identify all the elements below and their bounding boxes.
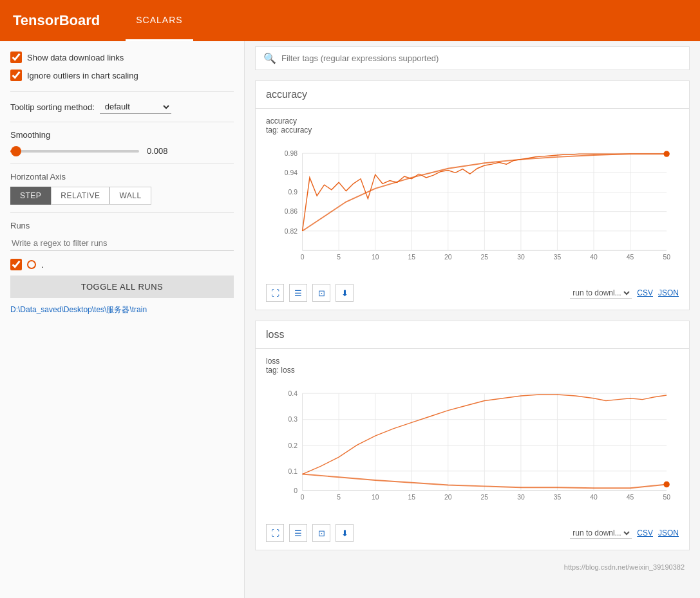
smoothing-section-label: Smoothing (10, 130, 234, 140)
run-row: . (10, 259, 234, 270)
accuracy-chart-svg: 0.98 0.94 0.9 0.86 0.82 0 5 10 15 20 25 … (266, 137, 679, 279)
loss-json-link[interactable]: JSON (658, 528, 679, 537)
sidebar: Show data download links Ignore outliers… (0, 41, 245, 598)
accuracy-tag-label: accuracy tag: accuracy (266, 117, 679, 135)
run-circle (27, 260, 36, 269)
fit-btn-loss[interactable]: ⊡ (312, 524, 330, 542)
svg-text:35: 35 (554, 254, 562, 261)
loss-chart-card: loss loss tag: loss (255, 321, 690, 550)
show-download-checkbox[interactable] (10, 51, 22, 63)
show-download-row: Show data download links (10, 51, 234, 63)
expand-btn-accuracy[interactable]: ⛶ (266, 284, 284, 302)
svg-text:20: 20 (444, 494, 452, 501)
filter-tags-input[interactable] (281, 53, 681, 63)
svg-text:0.4: 0.4 (289, 390, 298, 397)
divider-2 (10, 122, 234, 122)
accuracy-run-select[interactable]: run to downl... (570, 288, 632, 299)
main-layout: Show data download links Ignore outliers… (0, 41, 700, 598)
run-path: D:\Data_saved\Desktop\tes\服务器\train (10, 304, 234, 315)
ignore-outliers-checkbox[interactable] (10, 70, 22, 81)
svg-text:0.94: 0.94 (285, 169, 298, 176)
svg-text:50: 50 (663, 254, 670, 261)
svg-text:0.86: 0.86 (285, 208, 298, 215)
svg-text:0.2: 0.2 (289, 442, 298, 449)
svg-text:0: 0 (301, 254, 305, 261)
menu-btn-loss[interactable]: ☰ (289, 524, 307, 542)
run-checkbox[interactable] (10, 259, 22, 270)
axis-btn-step[interactable]: STEP (10, 187, 51, 205)
main-content: 🔍 accuracy accuracy tag: accuracy (245, 41, 700, 598)
svg-text:0.98: 0.98 (285, 150, 298, 157)
axis-btn-wall[interactable]: WALL (109, 187, 151, 205)
filter-bar: 🔍 (255, 46, 690, 70)
loss-tag-label: loss tag: loss (266, 357, 679, 375)
runs-section: Runs . TOGGLE ALL RUNS D:\Data_saved\Des… (10, 221, 234, 315)
loss-card-title: loss (256, 321, 689, 349)
svg-text:15: 15 (408, 254, 415, 261)
loss-chart-svg: 0.4 0.3 0.2 0.1 0 0 5 10 15 20 25 30 35 (266, 377, 679, 519)
svg-text:30: 30 (517, 254, 525, 261)
ignore-outliers-row: Ignore outliers in chart scaling (10, 70, 234, 81)
accuracy-download-dropdown: run to downl... CSV JSON (570, 288, 679, 299)
axis-btn-relative[interactable]: RELATIVE (51, 187, 109, 205)
toggle-all-runs-button[interactable]: TOGGLE ALL RUNS (10, 276, 234, 298)
tooltip-select[interactable]: default ascending descending nearest (100, 100, 171, 114)
runs-label: Runs (10, 221, 234, 230)
accuracy-json-link[interactable]: JSON (658, 288, 679, 297)
tooltip-row: Tooltip sorting method: default ascendin… (10, 100, 234, 114)
divider-1 (10, 91, 234, 92)
svg-text:20: 20 (444, 254, 452, 261)
svg-text:50: 50 (663, 494, 670, 501)
smoothing-slider[interactable] (10, 150, 139, 153)
expand-btn-loss[interactable]: ⛶ (266, 524, 284, 542)
runs-filter-input[interactable] (10, 236, 234, 251)
svg-text:45: 45 (627, 254, 634, 261)
download-btn-loss[interactable]: ⬇ (336, 524, 354, 542)
download-btn-accuracy[interactable]: ⬇ (336, 284, 354, 302)
options-section: Show data download links Ignore outliers… (10, 51, 234, 81)
header: TensorBoard SCALARS (0, 0, 700, 41)
show-download-label: Show data download links (27, 53, 124, 62)
loss-run-select[interactable]: run to downl... (570, 528, 632, 539)
svg-text:10: 10 (372, 254, 379, 261)
svg-text:25: 25 (481, 494, 489, 501)
app-logo: TensorBoard (13, 12, 100, 29)
svg-text:10: 10 (372, 494, 379, 501)
svg-text:40: 40 (590, 494, 598, 501)
svg-text:5: 5 (337, 254, 341, 261)
accuracy-chart-toolbar: ⛶ ☰ ⊡ ⬇ run to downl... CSV JSON (266, 284, 679, 302)
svg-text:45: 45 (627, 494, 634, 501)
smoothing-row: 0.008 (10, 146, 234, 156)
divider-4 (10, 212, 234, 213)
ignore-outliers-label: Ignore outliers in chart scaling (27, 71, 138, 80)
horizontal-axis-label: Horizontal Axis (10, 172, 234, 182)
svg-point-64 (663, 481, 669, 487)
loss-download-dropdown: run to downl... CSV JSON (570, 528, 679, 539)
nav-scalars[interactable]: SCALARS (126, 1, 193, 41)
accuracy-chart-inner: accuracy tag: accuracy (256, 109, 689, 310)
search-icon: 🔍 (263, 52, 276, 64)
accuracy-csv-link[interactable]: CSV (637, 288, 653, 297)
axis-buttons-group: STEP RELATIVE WALL (10, 187, 234, 205)
footer-url: https://blog.csdn.net/weixin_39190382 (255, 561, 690, 574)
accuracy-card-title: accuracy (256, 81, 689, 109)
svg-text:5: 5 (337, 494, 341, 501)
svg-text:0.3: 0.3 (289, 416, 298, 423)
loss-csv-link[interactable]: CSV (637, 528, 653, 537)
svg-text:15: 15 (408, 494, 415, 501)
fit-btn-accuracy[interactable]: ⊡ (312, 284, 330, 302)
svg-text:35: 35 (554, 494, 562, 501)
svg-text:0: 0 (301, 494, 305, 501)
accuracy-chart-card: accuracy accuracy tag: accuracy (255, 80, 690, 310)
svg-text:0: 0 (294, 487, 298, 494)
tooltip-label: Tooltip sorting method: (10, 102, 95, 112)
svg-text:0.82: 0.82 (285, 228, 298, 235)
loss-chart-area: 0.4 0.3 0.2 0.1 0 0 5 10 15 20 25 30 35 (266, 377, 679, 519)
svg-text:40: 40 (590, 254, 598, 261)
loss-chart-toolbar: ⛶ ☰ ⊡ ⬇ run to downl... CSV JSON (266, 524, 679, 542)
svg-text:0.9: 0.9 (289, 189, 298, 196)
menu-btn-accuracy[interactable]: ☰ (289, 284, 307, 302)
svg-text:25: 25 (481, 254, 489, 261)
smoothing-value: 0.008 (147, 146, 173, 156)
svg-text:30: 30 (517, 494, 525, 501)
